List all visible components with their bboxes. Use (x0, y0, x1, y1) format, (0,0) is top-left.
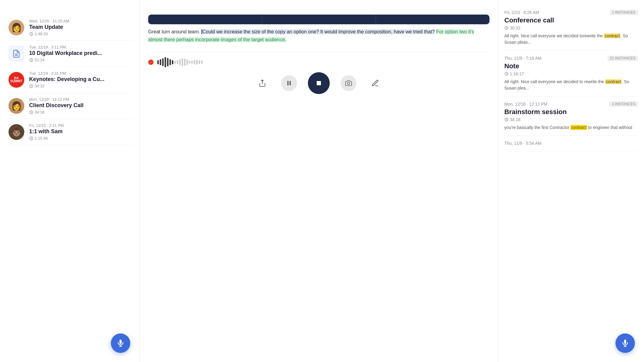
wave-bar-6 (172, 60, 173, 64)
svg-point-14 (347, 82, 349, 84)
conv-title-conv2: 10 Digital Workplace predi... (29, 50, 131, 56)
wave-bar-11 (184, 59, 186, 66)
result-date-r4: Thu, 11/9 · 5:54 AM (504, 141, 541, 146)
avatar-conv4: 👩 (9, 98, 24, 114)
conversation-item-conv3[interactable]: DXSUMMIT Tue, 12/19 · 2:31 PM Keynotes: … (6, 67, 133, 93)
conversation-item-conv2[interactable]: Tue, 12/19 · 3:11 PM 10 Digital Workplac… (6, 41, 133, 67)
left-panel: 👩 Wed, 12/20 · 11:20 AM Team Update 1:48… (0, 0, 140, 362)
result-title-r3: Brainstorm session (504, 108, 638, 116)
highlight-word-r2: contract (605, 79, 622, 84)
middle-panel: Great turn around team. Could we increas… (140, 0, 498, 362)
highlight-button[interactable] (148, 15, 262, 24)
result-item-r1[interactable]: Fri, 2/23 · 6:28 AM 2 INSTANCES Conferen… (504, 5, 638, 51)
wave-bar-2 (162, 58, 164, 66)
wave-bar-17 (199, 60, 200, 64)
conv-info-conv3: Tue, 12/19 · 2:31 PM Keynotes: Developin… (29, 71, 131, 88)
result-item-r4[interactable]: Thu, 11/9 · 5:54 AM (504, 136, 638, 152)
conv-title-conv5: 1:1 with Sam (29, 128, 131, 135)
conv-info-conv4: Mon, 12/18 · 12:12 PM Client Discovery C… (29, 97, 131, 114)
normal-text-2a: Great turn around team. (148, 29, 201, 34)
avatar-conv1: 👩 (9, 20, 24, 36)
clock-icon-r2 (504, 72, 509, 76)
svg-rect-12 (290, 81, 291, 86)
conv-title-conv4: Client Discovery Call (29, 102, 131, 109)
wave-bar-13 (189, 61, 190, 64)
result-snippet-r2: All right. Nice call everyone we decided… (504, 79, 638, 91)
conv-info-conv1: Wed, 12/20 · 11:20 AM Team Update 1:48:3… (29, 19, 131, 36)
result-meta-r4: Thu, 11/9 · 5:54 AM (504, 141, 638, 146)
svg-rect-13 (317, 81, 321, 85)
result-duration-r3: 34:18 (504, 117, 638, 122)
wave-bar-3 (165, 57, 166, 67)
mic-fab-right[interactable] (615, 333, 635, 353)
wave-bar-10 (182, 58, 183, 66)
share-icon (258, 79, 266, 87)
result-meta-r3: Mon, 12/18 · 12:12 PM 4 INSTANCES (504, 101, 638, 107)
conv-date-conv2: Tue, 12/19 · 3:11 PM (29, 45, 131, 49)
playback-bar (148, 52, 489, 99)
clock-icon-r1 (504, 26, 509, 30)
clock-icon-conv5 (29, 136, 33, 140)
share-button[interactable] (254, 75, 270, 91)
pause-button[interactable] (281, 75, 297, 91)
instances-badge-r1: 2 INSTANCES (609, 10, 638, 15)
result-date-r2: Thu, 11/9 · 7:19 AM (504, 56, 541, 61)
wave-bar-0 (157, 60, 159, 64)
result-title-r1: Conference call (504, 16, 638, 24)
pen-button[interactable] (367, 75, 383, 91)
wave-bar-9 (179, 59, 181, 65)
mic-icon (116, 339, 125, 347)
conv-duration-conv3: 30:32 (29, 84, 131, 88)
result-meta-r1: Fri, 2/23 · 6:28 AM 2 INSTANCES (504, 10, 638, 15)
mic-icon-right (621, 339, 629, 347)
wave-bar-15 (194, 60, 195, 64)
result-date-r3: Mon, 12/18 · 12:12 PM (504, 102, 547, 107)
wave-bar-4 (167, 58, 169, 66)
conversations-list: 👩 Wed, 12/20 · 11:20 AM Team Update 1:48… (6, 15, 133, 145)
add-photo-button[interactable] (262, 15, 376, 24)
stop-icon (315, 80, 322, 87)
instances-badge-r2: 22 INSTANCES (608, 56, 638, 61)
conversation-item-conv5[interactable]: 👨🏽 Fri, 12/15 · 2:11 PM 1:1 with Sam 1:1… (6, 119, 133, 145)
pen-icon (371, 79, 379, 87)
right-panel: Fri, 2/23 · 6:28 AM 2 INSTANCES Conferen… (498, 0, 644, 362)
pause-icon (286, 80, 292, 86)
result-item-r2[interactable]: Thu, 11/9 · 7:19 AM 22 INSTANCES Note 1:… (504, 51, 638, 96)
conv-date-conv3: Tue, 12/19 · 2:31 PM (29, 71, 131, 76)
mic-fab-left[interactable] (111, 333, 130, 353)
wave-bar-1 (160, 59, 161, 65)
conv-duration-conv5: 1:15:46 (29, 136, 131, 140)
instances-badge-r3: 4 INSTANCES (609, 101, 638, 107)
conv-duration-conv4: 34:18 (29, 110, 131, 114)
camera-button[interactable] (341, 75, 356, 91)
clock-icon-conv3 (29, 84, 33, 88)
conv-date-conv5: Fri, 12/15 · 2:11 PM (29, 123, 131, 128)
svg-rect-11 (288, 81, 289, 86)
wave-bar-12 (186, 59, 188, 65)
controls-row (148, 72, 489, 94)
conv-title-conv3: Keynotes: Developing a Cu... (29, 76, 131, 83)
svg-rect-7 (120, 340, 122, 344)
record-dot (148, 59, 154, 65)
result-title-r2: Note (504, 62, 638, 70)
result-item-r3[interactable]: Mon, 12/18 · 12:12 PM 4 INSTANCES Brains… (504, 96, 638, 136)
clock-icon-conv4 (29, 110, 33, 114)
result-duration-r2: 1:16:17 (504, 71, 638, 76)
transcript-text-2: Great turn around team. Could we increas… (148, 28, 489, 43)
conv-duration-conv2: 51:24 (29, 58, 131, 62)
conv-title-conv1: Team Update (29, 24, 131, 30)
stop-button[interactable] (308, 72, 330, 94)
highlight-word-r1: contract (604, 33, 620, 38)
clock-icon-conv2 (29, 58, 33, 62)
conv-info-conv5: Fri, 12/15 · 2:11 PM 1:1 with Sam 1:15:4… (29, 123, 131, 140)
wave-bar-18 (201, 61, 203, 64)
copy-button[interactable] (376, 15, 489, 24)
conversation-item-conv4[interactable]: 👩 Mon, 12/18 · 12:12 PM Client Discovery… (6, 93, 133, 119)
clock-icon-conv1 (29, 32, 33, 36)
wave-bar-7 (174, 61, 176, 64)
conv-info-conv2: Tue, 12/19 · 3:11 PM 10 Digital Workplac… (29, 45, 131, 62)
context-menu (148, 15, 489, 24)
conversation-item-conv1[interactable]: 👩 Wed, 12/20 · 11:20 AM Team Update 1:48… (6, 15, 133, 41)
wave-bar-16 (196, 60, 198, 65)
waveform[interactable] (157, 57, 471, 67)
